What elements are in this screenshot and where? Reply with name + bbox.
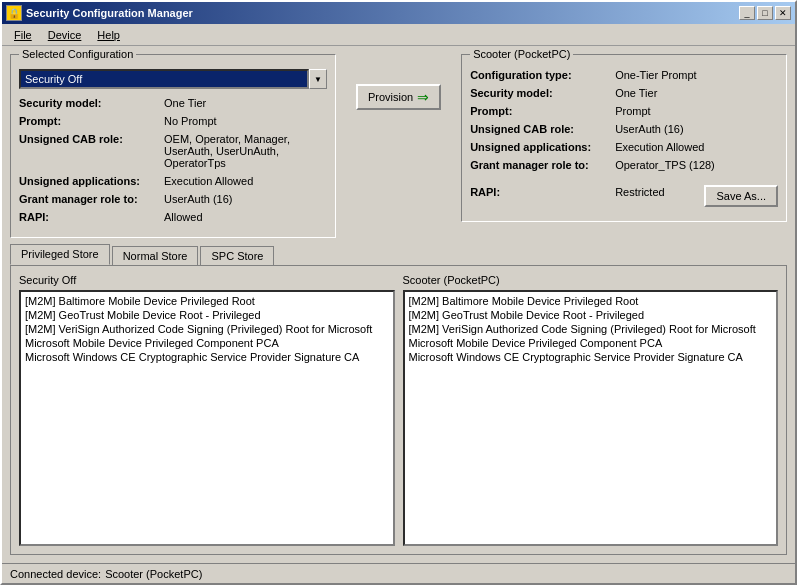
r-grant-manager-row: Grant manager role to: Operator_TPS (128… [470,159,778,171]
status-value: Scooter (PocketPC) [105,568,202,580]
provision-arrow-icon: ⇒ [417,89,429,105]
window-controls: _ □ ✕ [739,6,791,20]
tab-bar: Privileged Store Normal Store SPC Store [10,244,787,265]
app-icon: 🔒 [6,5,22,21]
menu-bar: File Device Help [2,24,795,46]
prompt-row: Prompt: No Prompt [19,115,327,127]
grant-manager-label: Grant manager role to: [19,193,164,205]
r-unsigned-cab-value: UserAuth (16) [615,123,778,135]
main-content: Selected Configuration Security Off ▼ Se… [2,46,795,563]
left-store-title: Security Off [19,274,395,286]
unsigned-apps-row: Unsigned applications: Execution Allowed [19,175,327,187]
r-prompt-label: Prompt: [470,105,615,117]
tab-privileged-store[interactable]: Privileged Store [10,244,110,265]
list-item[interactable]: [M2M] Baltimore Mobile Device Privileged… [407,294,775,308]
r-prompt-row: Prompt: Prompt [470,105,778,117]
menu-file[interactable]: File [6,27,40,43]
r-config-type-label: Configuration type: [470,69,615,81]
config-dropdown-arrow[interactable]: ▼ [309,69,327,89]
r-unsigned-apps-value: Execution Allowed [615,141,778,153]
menu-device[interactable]: Device [40,27,90,43]
unsigned-cab-label: Unsigned CAB role: [19,133,164,145]
list-item[interactable]: Microsoft Windows CE Cryptographic Servi… [407,350,775,364]
grant-manager-value: UserAuth (16) [164,193,327,205]
r-unsigned-cab-row: Unsigned CAB role: UserAuth (16) [470,123,778,135]
tab-normal-store-label: Normal Store [123,250,188,262]
security-model-label: Security model: [19,97,164,109]
config-dropdown-row: Security Off ▼ [19,69,327,89]
save-as-button[interactable]: Save As... [704,185,778,207]
r-prompt-value: Prompt [615,105,778,117]
minimize-button[interactable]: _ [739,6,755,20]
provision-area: Provision ⇒ [344,84,453,110]
tab-spc-store-label: SPC Store [211,250,263,262]
r-config-type-row: Configuration type: One-Tier Prompt [470,69,778,81]
list-item[interactable]: [M2M] VeriSign Authorized Code Signing (… [407,322,775,336]
config-dropdown-value[interactable]: Security Off [19,69,309,89]
r-rapi-value: Restricted [615,186,704,198]
r-config-type-value: One-Tier Prompt [615,69,778,81]
right-store-panel: Scooter (PocketPC) [M2M] Baltimore Mobil… [403,274,779,546]
maximize-button[interactable]: □ [757,6,773,20]
left-panel-legend: Selected Configuration [19,48,136,60]
list-item[interactable]: [M2M] GeoTrust Mobile Device Root - Priv… [407,308,775,322]
left-config-panel: Selected Configuration Security Off ▼ Se… [10,54,336,238]
r-rapi-label: RAPI: [470,186,615,198]
tab-content: Security Off [M2M] Baltimore Mobile Devi… [10,265,787,555]
right-store-title: Scooter (PocketPC) [403,274,779,286]
provision-label: Provision [368,91,413,103]
r-security-model-row: Security model: One Tier [470,87,778,99]
unsigned-apps-label: Unsigned applications: [19,175,164,187]
close-button[interactable]: ✕ [775,6,791,20]
unsigned-cab-row: Unsigned CAB role: OEM, Operator, Manage… [19,133,327,169]
rapi-row: RAPI: Allowed [19,211,327,223]
list-item[interactable]: Microsoft Mobile Device Privileged Compo… [407,336,775,350]
right-config-panel: Scooter (PocketPC) Configuration type: O… [461,54,787,222]
right-panel-legend: Scooter (PocketPC) [470,48,573,60]
r-security-model-label: Security model: [470,87,615,99]
list-item[interactable]: [M2M] GeoTrust Mobile Device Root - Priv… [23,308,391,322]
security-model-value: One Tier [164,97,327,109]
unsigned-apps-value: Execution Allowed [164,175,327,187]
r-unsigned-apps-label: Unsigned applications: [470,141,615,153]
rapi-label: RAPI: [19,211,164,223]
provision-button[interactable]: Provision ⇒ [356,84,441,110]
list-item[interactable]: [M2M] Baltimore Mobile Device Privileged… [23,294,391,308]
list-item[interactable]: Microsoft Windows CE Cryptographic Servi… [23,350,391,364]
tab-privileged-store-label: Privileged Store [21,248,99,260]
title-bar: 🔒 Security Configuration Manager _ □ ✕ [2,2,795,24]
menu-help[interactable]: Help [89,27,128,43]
store-panels: Security Off [M2M] Baltimore Mobile Devi… [19,274,778,546]
prompt-label: Prompt: [19,115,164,127]
status-label: Connected device: [10,568,101,580]
top-section: Selected Configuration Security Off ▼ Se… [10,54,787,238]
status-bar: Connected device: Scooter (PocketPC) [2,563,795,583]
r-unsigned-apps-row: Unsigned applications: Execution Allowed [470,141,778,153]
tab-normal-store[interactable]: Normal Store [112,246,199,265]
right-store-listbox[interactable]: [M2M] Baltimore Mobile Device Privileged… [403,290,779,546]
tabs-section: Privileged Store Normal Store SPC Store … [10,244,787,555]
unsigned-cab-value: OEM, Operator, Manager, UserAuth, UserUn… [164,133,327,169]
left-store-panel: Security Off [M2M] Baltimore Mobile Devi… [19,274,395,546]
left-store-listbox[interactable]: [M2M] Baltimore Mobile Device Privileged… [19,290,395,546]
r-rapi-row: RAPI: Restricted Save As... [470,177,778,207]
security-model-row: Security model: One Tier [19,97,327,109]
grant-manager-row: Grant manager role to: UserAuth (16) [19,193,327,205]
list-item[interactable]: [M2M] VeriSign Authorized Code Signing (… [23,322,391,336]
window-title: Security Configuration Manager [26,7,739,19]
r-security-model-value: One Tier [615,87,778,99]
r-unsigned-cab-label: Unsigned CAB role: [470,123,615,135]
prompt-value: No Prompt [164,115,327,127]
main-window: 🔒 Security Configuration Manager _ □ ✕ F… [0,0,797,585]
list-item[interactable]: Microsoft Mobile Device Privileged Compo… [23,336,391,350]
rapi-value: Allowed [164,211,327,223]
tab-spc-store[interactable]: SPC Store [200,246,274,265]
save-as-label: Save As... [716,190,766,202]
r-grant-manager-label: Grant manager role to: [470,159,615,171]
r-grant-manager-value: Operator_TPS (128) [615,159,778,171]
